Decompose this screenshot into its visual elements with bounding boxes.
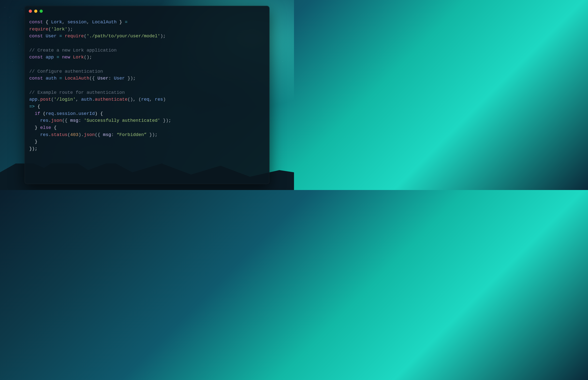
code-token-punc: :	[108, 76, 114, 81]
code-token-fn: require	[29, 27, 48, 32]
code-token-white	[59, 55, 62, 60]
code-token-ident: auth	[81, 97, 92, 102]
code-token-white: }	[117, 20, 125, 25]
code-line: res.status(403).json({ msg: “Forbidden” …	[29, 132, 265, 139]
code-token-punc: );	[67, 27, 73, 32]
code-token-punc: });	[125, 76, 136, 81]
code-token-punc: (	[84, 34, 86, 39]
code-token-punc: .	[76, 111, 78, 116]
code-line: const User = require('./path/to/your/use…	[29, 33, 265, 40]
code-editor[interactable]: const { Lork, session, LocalAuth } = req…	[25, 16, 269, 158]
code-token-op: =>	[29, 104, 35, 109]
zoom-icon[interactable]	[40, 10, 43, 13]
code-token-fn: json	[84, 132, 95, 137]
minimize-icon[interactable]	[34, 10, 37, 13]
code-token-punc: (	[67, 132, 70, 137]
code-token-ident: app	[46, 55, 54, 60]
window-titlebar	[25, 6, 269, 16]
code-token-fn: post	[40, 97, 51, 102]
code-token-kw: if	[35, 111, 40, 116]
code-line	[29, 40, 265, 47]
code-token-num: 403	[70, 132, 78, 137]
code-token-ident: app	[29, 97, 37, 102]
code-window: const { Lork, session, LocalAuth } = req…	[24, 6, 270, 184]
code-token-white: {	[51, 125, 57, 130]
code-token-str: './path/to/your/user/model'	[86, 34, 160, 39]
code-token-kw: const	[29, 34, 43, 39]
code-token-fn: authenticate	[95, 97, 127, 102]
code-token-op: =	[125, 20, 127, 25]
code-token-op: =	[59, 34, 62, 39]
code-token-punc: (), (	[127, 97, 141, 102]
code-token-prop: msg	[70, 118, 78, 123]
code-token-comment: // Example route for authentication	[29, 90, 125, 95]
code-token-fn: LocalAuth	[65, 76, 89, 81]
code-token-kw: const	[29, 55, 43, 60]
code-token-punc: ,	[86, 20, 92, 25]
code-token-ident: session	[67, 20, 86, 25]
code-token-punc: .	[37, 97, 40, 102]
code-token-punc: (	[48, 27, 51, 32]
code-token-punc: });	[147, 132, 158, 137]
code-token-white	[43, 55, 46, 60]
code-token-ident: userId	[78, 111, 95, 116]
code-token-white: }	[29, 139, 37, 144]
code-token-white	[43, 34, 46, 39]
code-token-comment: // Create a new Lork application	[29, 48, 117, 53]
code-token-white	[57, 34, 59, 39]
code-line: res.json({ msg: 'Successfully authentica…	[29, 117, 265, 124]
code-line: const auth = LocalAuth({ User: User });	[29, 75, 265, 82]
code-token-punc: .	[48, 132, 51, 137]
code-token-white: });	[29, 146, 37, 152]
code-token-punc: ).	[78, 132, 84, 137]
code-token-prop: msg	[103, 132, 111, 137]
code-token-white: (	[40, 111, 45, 116]
code-token-punc: )	[163, 97, 168, 102]
code-token-white	[62, 34, 65, 39]
code-line: }	[29, 138, 265, 146]
code-token-punc: :	[111, 132, 117, 137]
code-line: if (req.session.userId) {	[29, 111, 265, 118]
code-token-fn: status	[51, 132, 68, 137]
code-token-ident: res	[155, 97, 163, 102]
code-token-punc: ,	[76, 97, 81, 102]
code-token-prop: User	[98, 76, 108, 81]
code-token-fn: Lork	[73, 55, 84, 60]
code-token-str: “Forbidden”	[117, 132, 147, 137]
code-token-punc: :	[78, 118, 84, 123]
code-token-white	[29, 132, 40, 137]
code-token-str: 'lork'	[51, 27, 68, 32]
code-token-white	[57, 76, 59, 81]
code-token-op: =	[57, 55, 59, 60]
code-line: app.post('/login', auth.authenticate(), …	[29, 96, 265, 103]
code-line	[29, 61, 265, 68]
code-token-punc: ({	[89, 76, 97, 81]
code-token-white	[127, 20, 130, 25]
close-icon[interactable]	[29, 10, 32, 13]
code-token-punc: (	[51, 97, 54, 102]
code-token-fn: json	[51, 118, 62, 123]
code-token-ident: User	[114, 76, 125, 81]
code-token-kw: else	[40, 125, 51, 130]
code-token-white	[62, 76, 65, 81]
code-token-str: '/login'	[54, 97, 76, 102]
code-token-comment: // Configure authentication	[29, 69, 103, 74]
code-token-punc: ,	[62, 20, 67, 25]
code-token-ident: User	[46, 34, 57, 39]
code-token-kw: const	[29, 76, 43, 81]
code-token-ident: req	[46, 111, 54, 116]
code-token-fn: require	[65, 34, 84, 39]
code-line: } else {	[29, 124, 265, 132]
code-token-white: {	[43, 20, 51, 25]
code-token-ident: req	[141, 97, 149, 102]
code-token-punc: });	[160, 118, 171, 123]
code-token-white: }	[29, 125, 40, 130]
code-line: require('lork');	[29, 26, 265, 33]
code-token-white	[29, 111, 35, 116]
code-line	[29, 82, 265, 89]
code-line: => {	[29, 103, 265, 111]
code-line: // Example route for authentication	[29, 89, 265, 96]
code-token-white: {	[35, 104, 40, 109]
code-token-punc: ();	[84, 55, 92, 60]
code-token-punc: .	[48, 118, 51, 123]
